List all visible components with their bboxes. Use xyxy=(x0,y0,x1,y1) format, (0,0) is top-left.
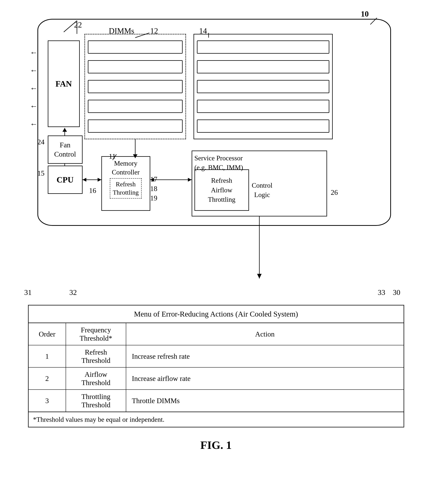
row2-order: 2 xyxy=(28,367,66,390)
ref-22: 22 xyxy=(74,20,82,29)
cpu-box: CPU xyxy=(48,166,83,194)
table-row-3: 3 ThrottlingThreshold Throttle DIMMs xyxy=(28,390,404,412)
diagram-area: 10 22 DIMMs 12 14 FAN ← xyxy=(19,8,414,286)
dimm-slot-l1 xyxy=(88,40,183,54)
fan-control-label: FanControl xyxy=(54,140,76,159)
dimm-group-right xyxy=(194,34,333,139)
row3-order: 3 xyxy=(28,390,66,412)
ref-16: 16 xyxy=(89,186,96,195)
ref-30: 30 xyxy=(393,288,400,297)
memory-controller-label: MemoryController xyxy=(112,159,140,177)
dimm-slot-r1 xyxy=(197,40,329,54)
ref-32: 32 xyxy=(69,288,77,297)
refresh-throttling-box: RefreshThrottling xyxy=(110,178,142,198)
airflow-arrow-5: ← xyxy=(30,119,38,128)
ref-19: 19 xyxy=(150,194,158,202)
dimm-slot-r4 xyxy=(197,100,329,113)
dimm-slot-r3 xyxy=(197,80,329,93)
control-logic-label: ControlLogic xyxy=(252,181,273,200)
table-note: *Threshold values may be equal or indepe… xyxy=(33,416,165,423)
dimm-slot-l2 xyxy=(88,60,183,73)
table-section: 31 32 33 30 Menu of Error-Reducing Actio… xyxy=(28,290,404,427)
row1-order: 1 xyxy=(28,345,66,367)
airflow-arrow-1: ← xyxy=(30,48,38,57)
dimm-slot-r2 xyxy=(197,60,329,73)
fan-control-box: FanControl xyxy=(48,135,83,164)
ref-10: 10 xyxy=(361,9,369,18)
airflow-arrow-4: ← xyxy=(30,102,38,111)
table-row-1: 1 RefreshThreshold Increase refresh rate xyxy=(28,345,404,367)
dimm-slot-l3 xyxy=(88,80,183,93)
menu-table: Menu of Error-Reducing Actions (Air Cool… xyxy=(28,305,404,427)
row1-threshold: RefreshThreshold xyxy=(66,345,126,367)
row1-action: Increase refresh rate xyxy=(126,345,404,367)
header-row: Order FrequencyThreshold* Action xyxy=(28,323,404,345)
dimm-slot-l5 xyxy=(88,119,183,133)
col-order-header: Order xyxy=(28,323,66,345)
dimm-group-left xyxy=(84,34,186,139)
memory-controller-box: MemoryController RefreshThrottling xyxy=(101,156,150,211)
title-row: Menu of Error-Reducing Actions (Air Cool… xyxy=(28,305,404,323)
refresh-airflow-throttling-box: RefreshAirflowThrottling xyxy=(194,169,249,211)
ref-15: 15 xyxy=(37,169,44,177)
ref-18: 18 xyxy=(150,184,158,193)
fan-box: FAN xyxy=(48,40,80,127)
row2-action: Increase airflow rate xyxy=(126,367,404,390)
ref-17: 17 xyxy=(150,175,158,183)
ref-31: 31 xyxy=(24,288,32,297)
row3-action: Throttle DIMMs xyxy=(126,390,404,412)
airflow-arrow-2: ← xyxy=(30,66,38,75)
airflow-arrow-3: ← xyxy=(30,84,38,93)
col-action-header: Action xyxy=(126,323,404,345)
cpu-label: CPU xyxy=(57,175,73,185)
page: 10 22 DIMMs 12 14 FAN ← xyxy=(0,0,432,504)
ref-11: 11 xyxy=(109,152,116,160)
ref-24: 24 xyxy=(37,138,44,146)
note-row: *Threshold values may be equal or indepe… xyxy=(28,412,404,427)
svg-marker-15 xyxy=(257,274,262,279)
ref-26: 26 xyxy=(331,188,338,197)
fan-label: FAN xyxy=(55,79,72,89)
table-row-2: 2 AirflowThreshold Increase airflow rate xyxy=(28,367,404,390)
table-title: Menu of Error-Reducing Actions (Air Cool… xyxy=(134,310,298,318)
dimm-slot-r5 xyxy=(197,119,329,133)
figure-label: FIG. 1 xyxy=(200,439,232,452)
dimm-slot-l4 xyxy=(88,100,183,113)
ref-33: 33 xyxy=(378,288,385,297)
col-frequency-header: FrequencyThreshold* xyxy=(66,323,126,345)
row3-threshold: ThrottlingThreshold xyxy=(66,390,126,412)
row2-threshold: AirflowThreshold xyxy=(66,367,126,390)
